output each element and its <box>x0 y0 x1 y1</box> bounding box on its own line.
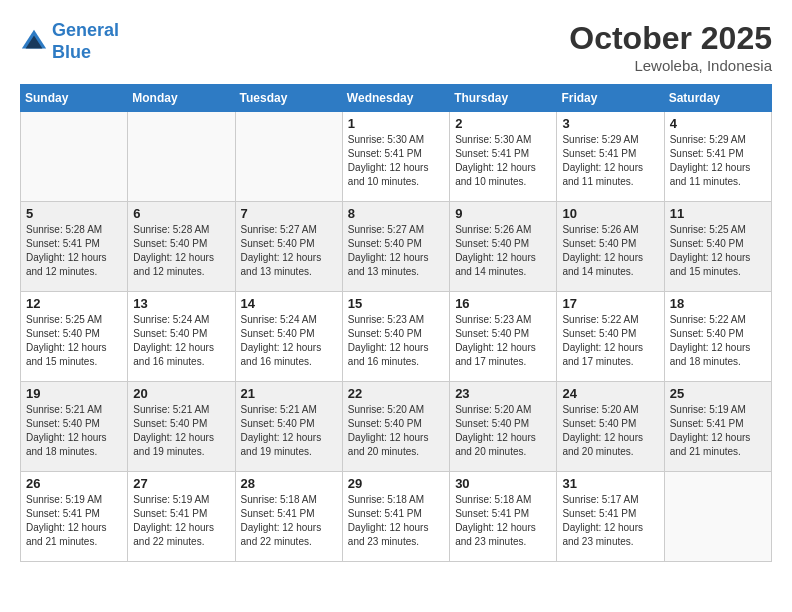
day-number: 31 <box>562 476 658 491</box>
day-number: 5 <box>26 206 122 221</box>
calendar-week-row: 26Sunrise: 5:19 AM Sunset: 5:41 PM Dayli… <box>21 472 772 562</box>
day-info: Sunrise: 5:27 AM Sunset: 5:40 PM Dayligh… <box>348 223 444 279</box>
page-header: General Blue October 2025 Lewoleba, Indo… <box>20 20 772 74</box>
calendar-header: SundayMondayTuesdayWednesdayThursdayFrid… <box>21 85 772 112</box>
day-info: Sunrise: 5:23 AM Sunset: 5:40 PM Dayligh… <box>455 313 551 369</box>
day-info: Sunrise: 5:24 AM Sunset: 5:40 PM Dayligh… <box>133 313 229 369</box>
day-info: Sunrise: 5:25 AM Sunset: 5:40 PM Dayligh… <box>670 223 766 279</box>
calendar-week-row: 1Sunrise: 5:30 AM Sunset: 5:41 PM Daylig… <box>21 112 772 202</box>
calendar-week-row: 5Sunrise: 5:28 AM Sunset: 5:41 PM Daylig… <box>21 202 772 292</box>
day-info: Sunrise: 5:20 AM Sunset: 5:40 PM Dayligh… <box>455 403 551 459</box>
day-number: 25 <box>670 386 766 401</box>
day-info: Sunrise: 5:26 AM Sunset: 5:40 PM Dayligh… <box>562 223 658 279</box>
weekday-header: Tuesday <box>235 85 342 112</box>
day-info: Sunrise: 5:18 AM Sunset: 5:41 PM Dayligh… <box>455 493 551 549</box>
day-info: Sunrise: 5:17 AM Sunset: 5:41 PM Dayligh… <box>562 493 658 549</box>
day-info: Sunrise: 5:29 AM Sunset: 5:41 PM Dayligh… <box>562 133 658 189</box>
calendar-cell: 13Sunrise: 5:24 AM Sunset: 5:40 PM Dayli… <box>128 292 235 382</box>
day-info: Sunrise: 5:24 AM Sunset: 5:40 PM Dayligh… <box>241 313 337 369</box>
day-info: Sunrise: 5:19 AM Sunset: 5:41 PM Dayligh… <box>133 493 229 549</box>
calendar-cell: 11Sunrise: 5:25 AM Sunset: 5:40 PM Dayli… <box>664 202 771 292</box>
weekday-header: Sunday <box>21 85 128 112</box>
day-number: 7 <box>241 206 337 221</box>
calendar-cell: 1Sunrise: 5:30 AM Sunset: 5:41 PM Daylig… <box>342 112 449 202</box>
weekday-header: Saturday <box>664 85 771 112</box>
day-number: 22 <box>348 386 444 401</box>
weekday-header: Thursday <box>450 85 557 112</box>
day-number: 23 <box>455 386 551 401</box>
calendar-cell <box>21 112 128 202</box>
calendar-cell: 7Sunrise: 5:27 AM Sunset: 5:40 PM Daylig… <box>235 202 342 292</box>
calendar-cell: 18Sunrise: 5:22 AM Sunset: 5:40 PM Dayli… <box>664 292 771 382</box>
calendar-cell: 12Sunrise: 5:25 AM Sunset: 5:40 PM Dayli… <box>21 292 128 382</box>
calendar-cell: 4Sunrise: 5:29 AM Sunset: 5:41 PM Daylig… <box>664 112 771 202</box>
calendar-cell <box>235 112 342 202</box>
day-info: Sunrise: 5:21 AM Sunset: 5:40 PM Dayligh… <box>241 403 337 459</box>
calendar-cell: 26Sunrise: 5:19 AM Sunset: 5:41 PM Dayli… <box>21 472 128 562</box>
day-info: Sunrise: 5:22 AM Sunset: 5:40 PM Dayligh… <box>670 313 766 369</box>
weekday-header: Friday <box>557 85 664 112</box>
day-info: Sunrise: 5:25 AM Sunset: 5:40 PM Dayligh… <box>26 313 122 369</box>
calendar-cell <box>664 472 771 562</box>
logo: General Blue <box>20 20 119 63</box>
day-number: 16 <box>455 296 551 311</box>
day-number: 30 <box>455 476 551 491</box>
day-number: 13 <box>133 296 229 311</box>
calendar-cell: 9Sunrise: 5:26 AM Sunset: 5:40 PM Daylig… <box>450 202 557 292</box>
calendar-cell: 6Sunrise: 5:28 AM Sunset: 5:40 PM Daylig… <box>128 202 235 292</box>
day-info: Sunrise: 5:23 AM Sunset: 5:40 PM Dayligh… <box>348 313 444 369</box>
calendar-cell: 3Sunrise: 5:29 AM Sunset: 5:41 PM Daylig… <box>557 112 664 202</box>
day-info: Sunrise: 5:20 AM Sunset: 5:40 PM Dayligh… <box>348 403 444 459</box>
day-number: 28 <box>241 476 337 491</box>
month-title: October 2025 <box>569 20 772 57</box>
day-number: 15 <box>348 296 444 311</box>
calendar-cell: 14Sunrise: 5:24 AM Sunset: 5:40 PM Dayli… <box>235 292 342 382</box>
day-number: 24 <box>562 386 658 401</box>
day-number: 1 <box>348 116 444 131</box>
calendar-cell: 19Sunrise: 5:21 AM Sunset: 5:40 PM Dayli… <box>21 382 128 472</box>
day-number: 4 <box>670 116 766 131</box>
day-info: Sunrise: 5:30 AM Sunset: 5:41 PM Dayligh… <box>455 133 551 189</box>
calendar-cell <box>128 112 235 202</box>
day-number: 26 <box>26 476 122 491</box>
calendar-cell: 27Sunrise: 5:19 AM Sunset: 5:41 PM Dayli… <box>128 472 235 562</box>
day-number: 17 <box>562 296 658 311</box>
weekday-header: Wednesday <box>342 85 449 112</box>
calendar-cell: 15Sunrise: 5:23 AM Sunset: 5:40 PM Dayli… <box>342 292 449 382</box>
day-info: Sunrise: 5:28 AM Sunset: 5:41 PM Dayligh… <box>26 223 122 279</box>
calendar: SundayMondayTuesdayWednesdayThursdayFrid… <box>20 84 772 562</box>
day-number: 8 <box>348 206 444 221</box>
calendar-cell: 20Sunrise: 5:21 AM Sunset: 5:40 PM Dayli… <box>128 382 235 472</box>
day-info: Sunrise: 5:22 AM Sunset: 5:40 PM Dayligh… <box>562 313 658 369</box>
weekday-header: Monday <box>128 85 235 112</box>
day-info: Sunrise: 5:27 AM Sunset: 5:40 PM Dayligh… <box>241 223 337 279</box>
calendar-cell: 30Sunrise: 5:18 AM Sunset: 5:41 PM Dayli… <box>450 472 557 562</box>
calendar-cell: 29Sunrise: 5:18 AM Sunset: 5:41 PM Dayli… <box>342 472 449 562</box>
day-info: Sunrise: 5:20 AM Sunset: 5:40 PM Dayligh… <box>562 403 658 459</box>
day-number: 6 <box>133 206 229 221</box>
day-number: 12 <box>26 296 122 311</box>
day-info: Sunrise: 5:30 AM Sunset: 5:41 PM Dayligh… <box>348 133 444 189</box>
calendar-cell: 23Sunrise: 5:20 AM Sunset: 5:40 PM Dayli… <box>450 382 557 472</box>
calendar-week-row: 12Sunrise: 5:25 AM Sunset: 5:40 PM Dayli… <box>21 292 772 382</box>
day-number: 27 <box>133 476 229 491</box>
day-number: 21 <box>241 386 337 401</box>
day-info: Sunrise: 5:26 AM Sunset: 5:40 PM Dayligh… <box>455 223 551 279</box>
day-number: 2 <box>455 116 551 131</box>
day-number: 9 <box>455 206 551 221</box>
day-number: 29 <box>348 476 444 491</box>
calendar-cell: 31Sunrise: 5:17 AM Sunset: 5:41 PM Dayli… <box>557 472 664 562</box>
day-info: Sunrise: 5:21 AM Sunset: 5:40 PM Dayligh… <box>133 403 229 459</box>
location: Lewoleba, Indonesia <box>569 57 772 74</box>
title-block: October 2025 Lewoleba, Indonesia <box>569 20 772 74</box>
day-info: Sunrise: 5:19 AM Sunset: 5:41 PM Dayligh… <box>670 403 766 459</box>
calendar-cell: 8Sunrise: 5:27 AM Sunset: 5:40 PM Daylig… <box>342 202 449 292</box>
day-info: Sunrise: 5:19 AM Sunset: 5:41 PM Dayligh… <box>26 493 122 549</box>
day-info: Sunrise: 5:18 AM Sunset: 5:41 PM Dayligh… <box>348 493 444 549</box>
logo-text: General Blue <box>52 20 119 63</box>
day-number: 10 <box>562 206 658 221</box>
day-number: 19 <box>26 386 122 401</box>
day-number: 20 <box>133 386 229 401</box>
day-info: Sunrise: 5:29 AM Sunset: 5:41 PM Dayligh… <box>670 133 766 189</box>
calendar-cell: 22Sunrise: 5:20 AM Sunset: 5:40 PM Dayli… <box>342 382 449 472</box>
